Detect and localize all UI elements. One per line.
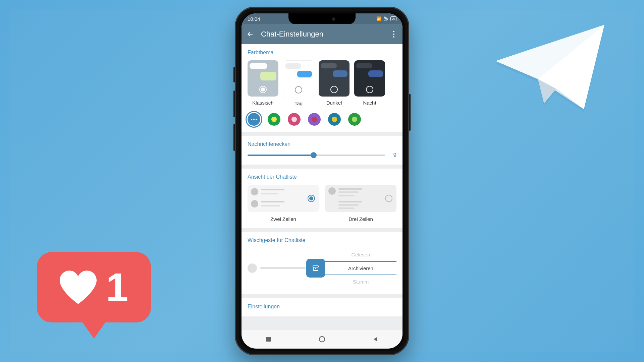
section-chatliste: Ansicht der Chatliste (241, 169, 402, 228)
section-nachrichtenecken: Nachrichtenecken 9 (241, 136, 402, 165)
app-header: Chat-Einstellungen (241, 24, 402, 44)
swipe-option-archivieren[interactable]: Archivieren (325, 261, 396, 275)
section-label: Wischgeste für Chatliste (248, 237, 396, 243)
chatlist-option-zwei-zeilen[interactable]: Zwei Zeilen (248, 185, 319, 222)
accent-color-custom[interactable] (248, 113, 260, 126)
section-wischgeste: Wischgeste für Chatliste (241, 232, 402, 294)
accent-color-3[interactable] (308, 113, 321, 126)
page-title: Chat-Einstellungen (261, 30, 383, 39)
svg-rect-6 (266, 337, 271, 342)
chatlist-option-drei-zeilen[interactable]: Drei Zeilen (325, 185, 396, 222)
heart-icon (60, 270, 97, 304)
accent-color-row (248, 113, 396, 126)
section-label: Farbthema (248, 50, 396, 56)
accent-color-2[interactable] (288, 113, 301, 126)
corner-radius-value: 9 (390, 152, 396, 159)
like-bubble: 1 (37, 252, 151, 339)
phone-mockup: 10:04 📶 📡 20 Chat-Einstellungen (235, 7, 409, 355)
svg-point-7 (319, 337, 325, 342)
corner-radius-slider[interactable] (248, 155, 385, 156)
section-label: Ansicht der Chatliste (248, 174, 396, 180)
status-time: 10:04 (248, 16, 260, 22)
svg-marker-8 (374, 337, 377, 342)
back-arrow-icon[interactable] (246, 30, 254, 38)
archive-icon (306, 259, 325, 278)
section-label: Nachrichtenecken (248, 141, 396, 147)
nav-recent-icon[interactable] (265, 336, 272, 343)
theme-option-klassisch[interactable]: Klassisch (248, 60, 278, 106)
accent-color-5[interactable] (348, 113, 361, 126)
accent-color-4[interactable] (328, 113, 341, 126)
section-farbthema: Farbthema Klassisch (241, 44, 402, 132)
wifi-icon: 📡 (383, 16, 388, 21)
theme-option-dunkel[interactable]: Dunkel (319, 60, 350, 106)
signal-icon: 📶 (376, 16, 381, 21)
android-nav-bar (241, 330, 402, 349)
accent-color-1[interactable] (268, 113, 280, 126)
nav-home-icon[interactable] (318, 336, 326, 343)
like-count: 1 (106, 267, 128, 307)
theme-option-tag[interactable]: Tag (283, 60, 314, 106)
swipe-option-gelesen[interactable]: Gelesen (325, 248, 396, 261)
section-label: Einstellungen (248, 304, 396, 310)
theme-option-nacht[interactable]: Nacht (354, 60, 385, 106)
telegram-logo-icon (490, 17, 610, 117)
nav-back-icon[interactable] (372, 336, 379, 343)
phone-notch (288, 13, 356, 24)
swipe-option-stumm[interactable]: Stumm (325, 275, 396, 288)
battery-icon: 20 (390, 16, 396, 21)
swipe-demo (248, 248, 325, 288)
scene-background: 1 10:04 📶 📡 20 (0, 0, 644, 362)
section-einstellungen: Einstellungen (241, 298, 402, 316)
settings-scroll[interactable]: Farbthema Klassisch (241, 44, 402, 330)
more-menu-icon[interactable] (390, 31, 398, 38)
